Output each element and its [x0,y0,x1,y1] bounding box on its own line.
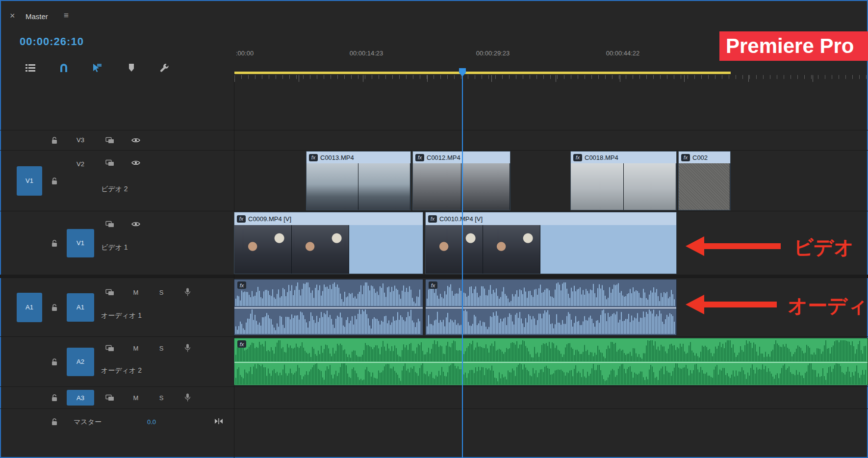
wrench-icon[interactable] [158,62,171,74]
clip-header: fx C0013.MP4 [306,152,410,163]
clip-c0009[interactable]: fx C0009.MP4 [V] [234,212,423,274]
track-target-a3[interactable]: A3 [67,390,94,406]
fx-badge-icon[interactable]: fx [428,215,437,223]
clip-header: fx C0009.MP4 [V] [234,212,423,225]
sync-lock-icon[interactable] [105,345,114,352]
panel-menu-icon[interactable]: ≡ [64,11,69,21]
clip-header: fx C0018.MP4 [571,152,676,163]
clip-name: C0012.MP4 [427,154,460,161]
video-arrow-shaft [703,243,781,249]
clip-name: C0009.MP4 [V] [248,215,291,223]
channel-divider [234,307,423,308]
fx-badge-icon[interactable]: fx [237,340,246,348]
premiere-pro-banner: Premiere Pro [719,31,868,61]
clip-name: C0010.MP4 [V] [439,215,483,223]
lock-icon[interactable] [51,177,58,185]
lock-icon[interactable] [51,418,58,426]
audio-clip-c0009[interactable]: fx [234,279,423,335]
clip-thumbnails [234,225,349,274]
source-patch-a1[interactable]: A1 [17,293,42,322]
clip-thumbnails [426,225,540,274]
marker-icon[interactable] [125,62,138,74]
audio-arrow-icon [686,295,704,314]
track-name-audio1: オーディオ 1 [101,311,142,320]
work-area-bar[interactable] [234,72,731,74]
playhead-timecode[interactable]: 00:00:26:10 [20,35,84,48]
mic-icon[interactable] [184,344,191,352]
sync-lock-icon[interactable] [105,137,114,144]
fit-icon[interactable] [214,418,224,425]
waveform [235,282,422,306]
fx-badge-icon[interactable]: fx [309,154,318,161]
master-track-label: マスター [74,418,102,427]
track-row-a3: A3 M S [0,386,868,408]
fx-badge-icon[interactable]: fx [681,154,690,161]
track-id-v3[interactable]: V3 [67,136,94,144]
fx-badge-icon[interactable]: fx [573,154,582,161]
sequence-tab[interactable]: Master [26,12,48,21]
mute-button[interactable]: M [130,345,141,352]
track-name-video2: ビデオ 2 [101,185,128,194]
clip-c002[interactable]: fx C002 [678,151,731,210]
track-name-video1: ビデオ 1 [101,243,128,252]
ruler-label: :00:00 [236,50,254,57]
mic-icon[interactable] [184,393,191,402]
fx-badge-icon[interactable]: fx [237,215,246,223]
track-target-v1[interactable]: V1 [67,229,94,257]
track-target-a2[interactable]: A2 [67,348,94,376]
clip-c0018[interactable]: fx C0018.MP4 [570,151,677,210]
clip-header: fx C002 [679,152,730,163]
waveform [235,340,867,361]
fx-badge-icon[interactable]: fx [415,154,424,161]
video-annotation-label: ビデオ [793,234,854,261]
clip-name: C002 [692,154,708,161]
clip-c0012[interactable]: fx C0012.MP4 [412,151,511,210]
track-name-audio2: オーディオ 2 [101,366,142,375]
clip-header: fx C0010.MP4 [V] [426,212,676,225]
track-target-a1[interactable]: A1 [67,293,94,322]
ruler-label: 00:00:29:23 [476,50,510,57]
clip-thumbnails [571,163,676,210]
solo-button[interactable]: S [156,345,167,352]
fx-badge-icon[interactable]: fx [429,281,437,289]
eye-icon[interactable] [131,221,140,227]
clip-name: C0013.MP4 [320,154,354,161]
fx-badge-icon[interactable]: fx [237,281,246,289]
mute-button[interactable]: M [130,394,141,402]
eye-icon[interactable] [131,160,140,166]
mute-button[interactable]: M [130,289,141,296]
sync-lock-icon[interactable] [105,159,114,166]
sync-lock-icon[interactable] [105,221,114,228]
waveform [427,309,675,334]
eye-icon[interactable] [131,137,140,143]
master-level-value[interactable]: 0.0 [147,418,156,426]
lock-icon[interactable] [51,136,58,144]
waveform [427,282,675,306]
waveform [235,309,422,334]
channel-divider [234,362,868,363]
music-clip[interactable]: fx [234,338,868,385]
linked-selection-icon[interactable] [91,62,103,74]
lock-icon[interactable] [51,304,58,311]
sync-lock-icon[interactable] [105,289,114,296]
clip-c0013[interactable]: fx C0013.MP4 [306,151,411,210]
track-row-v3: V3 [0,130,868,150]
lock-icon[interactable] [51,239,58,247]
waveform [235,363,867,384]
close-icon[interactable]: × [10,11,15,21]
snap-magnet-icon[interactable] [57,62,70,74]
solo-button[interactable]: S [156,394,167,402]
audio-annotation-label: オーディオ [788,292,868,319]
track-id-v2[interactable]: V2 [67,160,94,168]
track-row-master: マスター 0.0 [0,408,868,434]
clip-thumbnails [413,163,510,210]
sync-lock-icon[interactable] [105,394,114,401]
solo-button[interactable]: S [156,289,167,296]
lock-icon[interactable] [51,358,58,366]
lock-icon[interactable] [51,394,58,402]
source-patch-v1[interactable]: V1 [17,166,42,196]
mic-icon[interactable] [184,288,191,296]
playhead-line[interactable] [462,75,463,458]
channel-divider [426,307,676,308]
timeline-settings-icon[interactable] [24,62,37,74]
